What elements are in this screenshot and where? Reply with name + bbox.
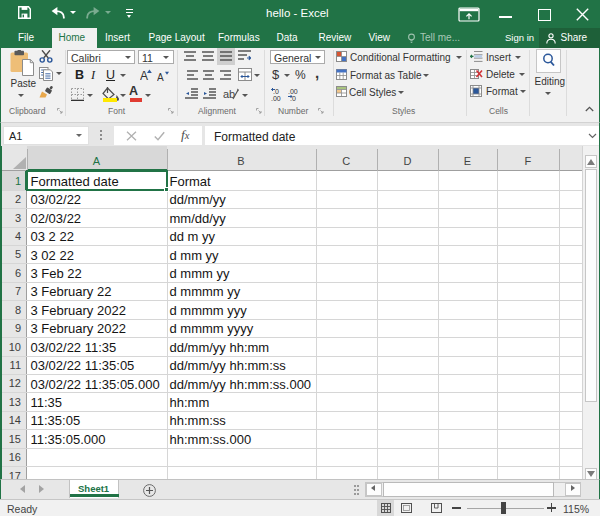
svg-text:A: A	[157, 72, 164, 82]
svg-text:A: A	[140, 69, 148, 81]
svg-text:.00: .00	[271, 95, 281, 102]
